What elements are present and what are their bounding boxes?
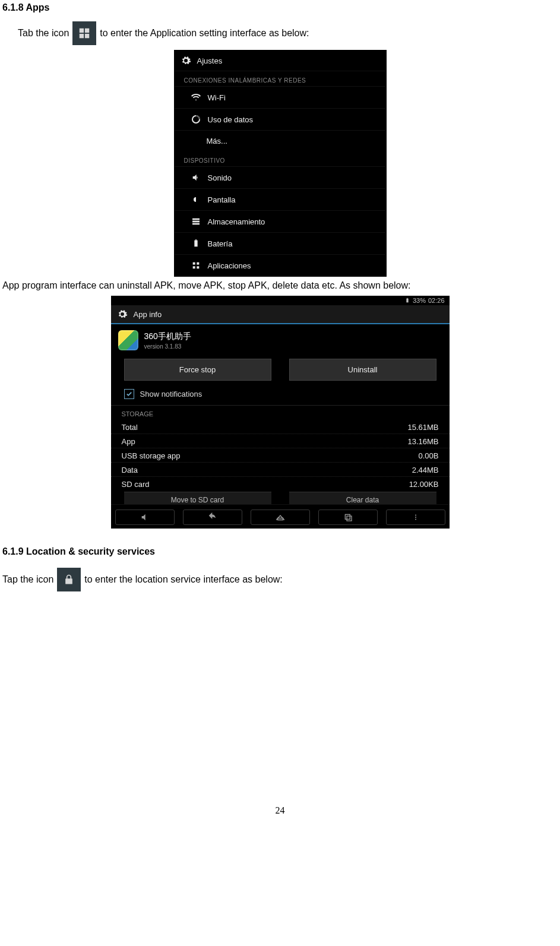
recent-icon [343, 512, 353, 522]
gear-icon [117, 309, 128, 319]
mas-label: Más... [207, 137, 227, 145]
svg-rect-6 [192, 219, 200, 220]
text-before-icon-2: Tap the icon [2, 574, 53, 585]
svg-point-21 [415, 517, 416, 518]
text-after-icon: to enter the Application setting interfa… [100, 28, 309, 39]
volume-icon [140, 512, 150, 522]
item-aplicaciones[interactable]: Aplicaciones [175, 254, 386, 276]
intro-line-1: Tab the icon to enter the Application se… [18, 21, 560, 45]
category-device: DISPOSITIVO [175, 151, 386, 166]
svg-rect-8 [192, 223, 200, 225]
svg-rect-14 [197, 266, 199, 268]
section-heading-apps: 6.1.8 Apps [2, 2, 560, 13]
storage-category: STORAGE [111, 406, 450, 420]
menu-dots-icon [412, 514, 419, 521]
item-bateria[interactable]: Batería [175, 232, 386, 254]
battery-status-icon [404, 298, 410, 303]
row-val: 12.00KB [409, 480, 439, 489]
wifi-icon [191, 93, 201, 102]
svg-point-20 [415, 515, 416, 516]
bateria-label: Batería [208, 239, 233, 248]
pantalla-label: Pantalla [208, 195, 236, 204]
lock-icon [57, 568, 81, 591]
display-icon [191, 195, 201, 204]
row-key: App [122, 437, 135, 446]
item-pantalla[interactable]: Pantalla [175, 188, 386, 210]
svg-rect-19 [347, 516, 352, 521]
item-mas[interactable]: Más... [175, 130, 386, 151]
svg-rect-3 [85, 34, 89, 38]
wifi-label: Wi-Fi [208, 93, 226, 102]
apps-list-icon [191, 261, 201, 270]
sound-icon [191, 173, 201, 182]
aplicaciones-label: Aplicaciones [208, 261, 251, 270]
back-icon [208, 512, 217, 522]
svg-rect-2 [80, 34, 84, 38]
row-val: 15.61MB [407, 423, 438, 432]
screenshot-appinfo: 33% 02:26 App info 360手机助手 version 3.1.8… [111, 296, 450, 529]
row-app: App13.16MB [111, 434, 450, 448]
row-sd: SD card12.00KB [111, 476, 450, 491]
row-val: 0.00B [419, 451, 439, 460]
home-icon [275, 513, 286, 521]
row-val: 2.44MB [412, 466, 439, 474]
storage-icon [191, 217, 201, 226]
app-icon [118, 330, 138, 350]
uninstall-button[interactable]: Uninstall [289, 359, 436, 381]
statusbar: 33% 02:26 [111, 296, 450, 305]
nav-back[interactable] [183, 510, 242, 525]
svg-rect-12 [197, 262, 199, 265]
row-key: Total [122, 423, 138, 432]
checkbox-icon[interactable] [124, 389, 134, 399]
text-before-icon: Tab the icon [18, 28, 69, 39]
svg-rect-9 [194, 241, 197, 247]
battery-icon [191, 239, 201, 248]
force-stop-button[interactable]: Force stop [124, 359, 271, 381]
row-key: SD card [122, 480, 150, 489]
sonido-label: Sonido [208, 173, 232, 182]
svg-rect-16 [407, 298, 408, 299]
text-after-icon-2: to enter the location service interface … [84, 574, 283, 585]
nav-recent[interactable] [318, 510, 378, 525]
app-header-row: 360手机助手 version 3.1.83 [111, 324, 450, 356]
nav-menu[interactable] [386, 510, 445, 525]
svg-rect-13 [192, 266, 195, 268]
row-key: USB storage app [122, 451, 181, 460]
apps-icon [72, 21, 96, 45]
gear-icon [181, 55, 191, 66]
caption-appinfo: App program interface can uninstall APK,… [2, 280, 560, 291]
datos-label: Uso de datos [208, 115, 254, 124]
svg-rect-18 [345, 514, 350, 519]
app-version: version 3.1.83 [144, 343, 191, 350]
row-data: Data2.44MB [111, 462, 450, 476]
item-sonido[interactable]: Sonido [175, 166, 386, 188]
nav-home[interactable] [251, 510, 310, 525]
move-to-sd-button[interactable]: Move to SD card [124, 492, 271, 504]
svg-rect-15 [406, 299, 408, 303]
page-number: 24 [0, 805, 560, 828]
ajustes-title: Ajustes [197, 56, 223, 65]
item-wifi[interactable]: Wi-Fi [175, 86, 386, 108]
category-wireless: CONEXIONES INALÁMBRICAS Y REDES [175, 71, 386, 86]
battery-percent: 33% [413, 297, 426, 304]
row-val: 13.16MB [407, 437, 438, 446]
svg-point-22 [415, 519, 416, 520]
svg-rect-10 [195, 239, 197, 240]
svg-rect-17 [277, 518, 283, 520]
row-total: Total15.61MB [111, 420, 450, 434]
item-datos[interactable]: Uso de datos [175, 108, 386, 130]
data-usage-icon [191, 115, 201, 124]
nav-volume[interactable] [115, 510, 175, 525]
item-almacenamiento[interactable]: Almacenamiento [175, 210, 386, 232]
almacenamiento-label: Almacenamiento [208, 217, 265, 226]
section-heading-location: 6.1.9 Location & security services [2, 546, 560, 557]
status-time: 02:26 [428, 297, 445, 304]
clear-data-button[interactable]: Clear data [289, 492, 436, 504]
app-name: 360手机助手 [144, 331, 191, 342]
show-notifications-label: Show notifications [140, 390, 203, 398]
svg-rect-1 [85, 29, 89, 33]
appinfo-title: App info [134, 310, 162, 319]
show-notifications-row[interactable]: Show notifications [111, 385, 450, 406]
row-key: Data [122, 466, 138, 474]
appinfo-header: App info [111, 305, 450, 324]
